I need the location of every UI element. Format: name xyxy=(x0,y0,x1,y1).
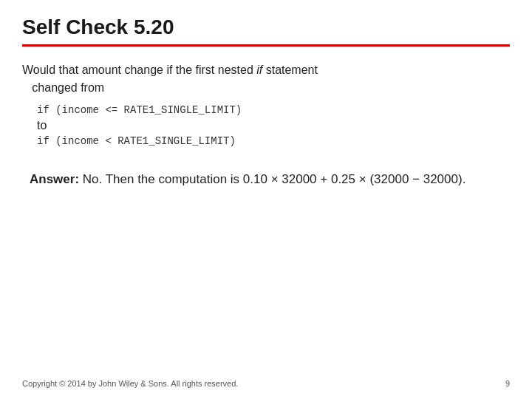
title-section: Self Check 5.20 xyxy=(22,15,510,57)
code-block-2: if (income < RATE1_SINGLE_LIMIT) xyxy=(37,135,510,147)
to-label: to xyxy=(37,119,510,132)
intro-paragraph: Would that amount change if the first ne… xyxy=(22,61,510,97)
answer-paragraph: Answer: No. Then the computation is 0.10… xyxy=(30,169,510,189)
page-number: 9 xyxy=(505,379,510,388)
answer-section: Answer: No. Then the computation is 0.10… xyxy=(30,169,510,189)
footer: Copyright © 2014 by John Wiley & Sons. A… xyxy=(22,372,510,388)
answer-label: Answer: xyxy=(30,172,79,186)
page-title: Self Check 5.20 xyxy=(22,15,510,40)
code-block-1: if (income <= RATE1_SINGLE_LIMIT) xyxy=(37,104,510,116)
answer-body: No. Then the computation is 0.10 × 32000… xyxy=(79,172,466,186)
intro-text-main: Would that amount change if the first ne… xyxy=(22,64,318,94)
copyright-text: Copyright © 2014 by John Wiley & Sons. A… xyxy=(22,379,238,388)
page-container: Self Check 5.20 Would that amount change… xyxy=(0,0,532,399)
title-underline xyxy=(22,44,510,47)
content-section: Would that amount change if the first ne… xyxy=(22,61,510,372)
